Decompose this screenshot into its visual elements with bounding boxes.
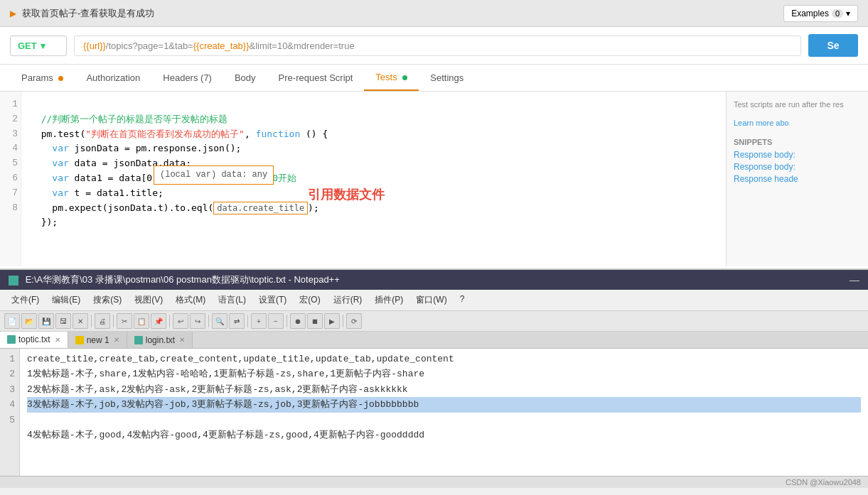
status-text: CSDN @Xiaowu2048 xyxy=(786,478,861,486)
toolbar-save-all[interactable]: 🖫 xyxy=(55,313,71,329)
menu-help[interactable]: ? xyxy=(454,292,471,308)
tab-settings[interactable]: Settings xyxy=(419,65,475,90)
tab-prerequest[interactable]: Pre-request Script xyxy=(267,65,365,90)
tests-dot xyxy=(402,75,407,80)
minimize-button[interactable]: — xyxy=(850,274,859,285)
toolbar-zoom-in[interactable]: + xyxy=(251,313,267,329)
menu-window[interactable]: 窗口(W) xyxy=(410,292,452,308)
file-icon-login xyxy=(134,336,143,344)
notepad-toolbar: 📄 📂 💾 🖫 ✕ 🖨 ✂ 📋 📌 ↩ ↪ 🔍 ⇄ + − ⏺ ⏹ ▶ ⟳ xyxy=(0,311,868,332)
notepad-code-content[interactable]: create_title,create_tab,create_content,u… xyxy=(20,349,868,476)
url-bar: GET ▾ {{url}}/topics?page=1&tab={{create… xyxy=(0,27,868,65)
menu-search[interactable]: 搜索(S) xyxy=(87,292,127,308)
send-button[interactable]: Se xyxy=(808,34,858,57)
toolbar-sep-7 xyxy=(343,315,343,327)
toolbar-sep-2 xyxy=(113,315,114,327)
np-line-2: 1发帖标题-木子,share,1发帖内容-哈哈哈,1更新帖子标题-zs,shar… xyxy=(27,369,424,379)
menu-language[interactable]: 语言(L) xyxy=(213,292,252,308)
url-template-var2: {{create_tab}} xyxy=(193,40,250,51)
toolbar-save[interactable]: 💾 xyxy=(38,313,54,329)
toolbar-zoom-out[interactable]: − xyxy=(268,313,284,329)
toolbar-close[interactable]: ✕ xyxy=(73,313,88,329)
toolbar-undo[interactable]: ↩ xyxy=(173,313,188,329)
url-static1: /topics?page=1&tab= xyxy=(106,40,193,51)
url-input[interactable]: {{url}}/topics?page=1&tab={{create_tab}}… xyxy=(74,36,801,56)
method-select[interactable]: GET ▾ xyxy=(10,36,67,56)
menu-plugins[interactable]: 插件(P) xyxy=(369,292,409,308)
menu-view[interactable]: 视图(V) xyxy=(129,292,168,308)
examples-button[interactable]: Examples 0 ▾ xyxy=(783,5,858,22)
toolbar-paste[interactable]: 📌 xyxy=(151,313,166,329)
toolbar-sep-1 xyxy=(91,315,92,327)
file-tab-toptic-label: toptic.txt xyxy=(18,334,50,344)
chevron-down-icon: ▾ xyxy=(846,9,850,18)
toolbar-macro-play[interactable]: ▶ xyxy=(324,313,340,329)
snippet-link-3[interactable]: Response heade xyxy=(734,174,861,184)
tab-tests[interactable]: Tests xyxy=(364,65,419,91)
annotation-label: 引用数据文件 xyxy=(263,170,385,219)
notepad-title-left: E:\A华测教育\03 录播课\postman\06 postman数据驱动\t… xyxy=(9,273,340,286)
notepad-line-numbers: 12345 xyxy=(0,349,20,476)
toolbar-new[interactable]: 📄 xyxy=(4,313,20,329)
file-icon-toptic xyxy=(7,335,16,344)
toolbar-find[interactable]: 🔍 xyxy=(212,313,227,329)
toolbar-sync[interactable]: ⟳ xyxy=(346,313,362,329)
tab-body[interactable]: Body xyxy=(223,65,267,90)
notepad-panel: E:\A华测教育\03 录播课\postman\06 postman数据驱动\t… xyxy=(0,270,868,495)
menu-macro[interactable]: 宏(O) xyxy=(294,292,326,308)
toolbar-macro-rec[interactable]: ⏺ xyxy=(290,313,306,329)
menu-edit[interactable]: 编辑(E) xyxy=(46,292,86,308)
file-tab-login-label: login.txt xyxy=(146,335,175,345)
examples-label: Examples xyxy=(791,9,829,18)
snippet-link-1[interactable]: Response body: xyxy=(734,150,861,160)
file-tab-toptic[interactable]: toptic.txt ✕ xyxy=(0,332,68,348)
request-title: 获取首页帖子-查看获取是有成功 xyxy=(22,7,154,20)
code-line-3: var jsonData = pm.response.json(); xyxy=(30,143,241,153)
learn-more-link[interactable]: Learn more abo xyxy=(734,119,789,127)
notepad-code-area[interactable]: 12345 create_title,create_tab,create_con… xyxy=(0,349,868,476)
snippets-info: Test scripts are run after the res xyxy=(734,99,861,111)
toolbar-replace[interactable]: ⇄ xyxy=(229,313,245,329)
np-line-4: 3发帖标题-木子,job,3发帖内容-job,3更新帖子标题-zs,job,3更… xyxy=(27,397,861,412)
toolbar-macro-stop[interactable]: ⏹ xyxy=(307,313,323,329)
code-line-1: //判断第一个帖子的标题是否等于发帖的标题 xyxy=(30,114,227,124)
menu-file[interactable]: 文件(F) xyxy=(6,292,45,308)
postman-title-bar: ▶ 获取首页帖子-查看获取是有成功 Examples 0 ▾ xyxy=(0,0,868,27)
expand-arrow-icon[interactable]: ▶ xyxy=(10,9,16,18)
notepad-file-tabs: toptic.txt ✕ new 1 ✕ login.txt ✕ xyxy=(0,332,868,349)
code-editor[interactable]: //判断第一个帖子的标题是否等于发帖的标题 pm.test("判断在首页能否看到… xyxy=(21,92,726,266)
snippets-panel: Test scripts are run after the res Learn… xyxy=(726,92,868,266)
code-line-2: pm.test("判断在首页能否看到发布成功的帖子", function () … xyxy=(30,129,328,139)
toolbar-cut[interactable]: ✂ xyxy=(117,313,132,329)
url-template-var1: {{url}} xyxy=(83,40,106,51)
tab-params[interactable]: Params xyxy=(10,65,75,90)
toolbar-open[interactable]: 📂 xyxy=(21,313,37,329)
tab-authorization[interactable]: Authorization xyxy=(75,65,151,90)
file-tab-login-close[interactable]: ✕ xyxy=(179,336,185,344)
code-line-6: var t = data1.title; xyxy=(30,187,164,198)
np-line-5: 4发帖标题-木子,good,4发帖内容-good,4更新帖子标题-zs,good… xyxy=(27,430,424,440)
method-chevron-icon: ▾ xyxy=(41,40,45,51)
toolbar-sep-6 xyxy=(286,315,287,327)
notepad-title-text: E:\A华测教育\03 录播课\postman\06 postman数据驱动\t… xyxy=(26,274,340,285)
file-tab-login[interactable]: login.txt ✕ xyxy=(127,332,193,348)
file-tab-new1-close[interactable]: ✕ xyxy=(114,336,119,344)
tab-headers[interactable]: Headers (7) xyxy=(151,65,223,90)
menu-format[interactable]: 格式(M) xyxy=(170,292,211,308)
toolbar-copy[interactable]: 📋 xyxy=(134,313,149,329)
request-tabs-bar: Params Authorization Headers (7) Body Pr… xyxy=(0,65,868,92)
snippet-link-2[interactable]: Response body: xyxy=(734,162,861,172)
notepad-title-bar: E:\A华测教育\03 录播课\postman\06 postman数据驱动\t… xyxy=(0,270,868,290)
editor-area: 12345678 //判断第一个帖子的标题是否等于发帖的标题 pm.test("… xyxy=(0,92,868,266)
file-tab-new1-label: new 1 xyxy=(87,335,109,345)
toolbar-print[interactable]: 🖨 xyxy=(95,313,110,329)
toolbar-redo[interactable]: ↪ xyxy=(190,313,205,329)
menu-settings[interactable]: 设置(T) xyxy=(253,292,292,308)
examples-count: 0 xyxy=(832,9,843,18)
menu-run[interactable]: 运行(R) xyxy=(328,292,368,308)
postman-panel: ▶ 获取首页帖子-查看获取是有成功 Examples 0 ▾ GET ▾ {{u… xyxy=(0,0,868,270)
params-dot xyxy=(58,76,63,81)
file-tab-new1[interactable]: new 1 ✕ xyxy=(68,332,127,348)
toolbar-sep-3 xyxy=(169,315,170,327)
file-tab-toptic-close[interactable]: ✕ xyxy=(55,336,60,344)
